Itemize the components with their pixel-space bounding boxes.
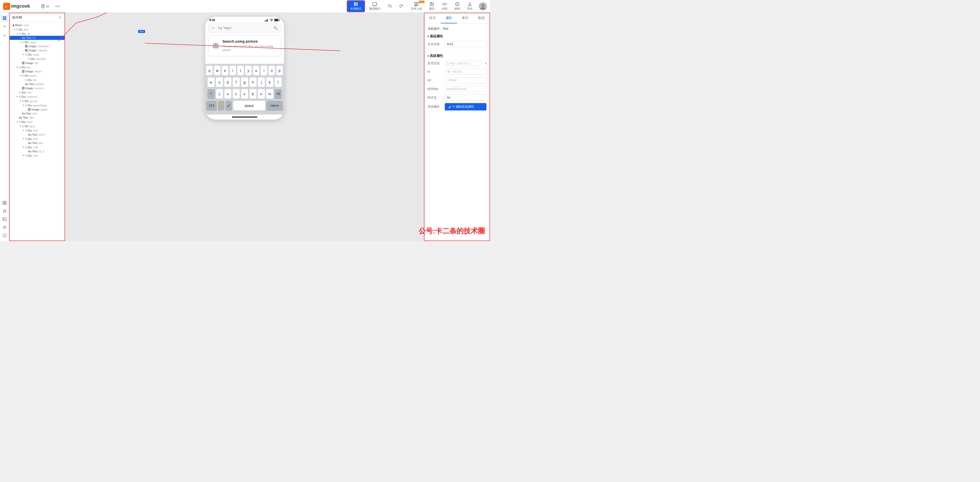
tree-item[interactable]: ▾◇Div.col4 [10, 153, 65, 158]
tree-toggle[interactable]: ▾ [13, 28, 16, 30]
key-f[interactable]: f [233, 78, 240, 87]
tree-item[interactable]: AaText.title [10, 116, 65, 119]
layout-mode-btn[interactable]: 布局模式 [347, 0, 365, 12]
key-y[interactable]: y [245, 66, 252, 75]
tree-item[interactable]: ◇Div.div [10, 78, 65, 82]
id-input[interactable] [445, 68, 487, 75]
code-btn[interactable]: 代码 [439, 1, 450, 12]
tree-toggle[interactable]: ▾ [16, 66, 19, 68]
tree-item[interactable]: ▾◇Div.col2 [10, 137, 65, 141]
sidebar-icon-widget[interactable] [1, 199, 8, 207]
tree-toggle[interactable]: ▾ [19, 75, 22, 77]
key-p[interactable]: p [276, 66, 283, 75]
tree-item[interactable]: ▾◇Div.main [10, 119, 65, 124]
redo-btn[interactable] [396, 3, 407, 10]
tree-toggle[interactable]: ▾ [16, 32, 19, 35]
key-d[interactable]: d [224, 78, 231, 87]
key-a[interactable]: a [208, 78, 215, 87]
back-arrow[interactable]: ← [212, 25, 216, 30]
key-k[interactable]: k [266, 78, 273, 87]
tree-item[interactable]: AaText.txt_2 [10, 150, 65, 153]
key-v[interactable]: v [241, 89, 248, 99]
save-btn[interactable]: 保存 [452, 1, 463, 12]
tree-settings-icon[interactable] [59, 16, 62, 20]
key-space[interactable]: space [233, 101, 265, 110]
tree-toggle[interactable]: ▾ [22, 53, 25, 56]
key-i[interactable]: i [261, 66, 267, 75]
tree-item[interactable]: 🖼Image.shebellul… [10, 44, 65, 48]
tree-item[interactable]: ▾◇Div.wrap [10, 52, 65, 57]
tree-item[interactable]: ▾◇Div.submain [10, 94, 65, 99]
sidebar-icon-help[interactable]: ? [1, 232, 8, 239]
tree-item[interactable]: AaText.text [10, 141, 65, 145]
code-toggle-btn[interactable]: </> [53, 3, 62, 9]
tree-item[interactable]: 🖼Image.paper [10, 107, 65, 111]
tab-properties[interactable]: 属性 [441, 13, 457, 23]
tree-toggle[interactable]: ▾ [16, 95, 19, 98]
key-q[interactable]: q [206, 66, 213, 75]
user-avatar[interactable] [479, 2, 487, 10]
key-r[interactable]: r [230, 66, 236, 75]
tree-item[interactable]: ▾◇Div.col3 [10, 145, 65, 150]
search-icon[interactable]: 🔍 [273, 26, 278, 30]
tree-item[interactable]: AaText.tryNike [10, 82, 65, 86]
tree-toggle[interactable]: ▾ [22, 154, 25, 157]
key-backspace[interactable]: ⌫ [275, 89, 282, 99]
tree-item[interactable]: AaText.txt [10, 36, 65, 40]
tree-toggle[interactable]: ▾ [19, 41, 22, 43]
key-c[interactable]: c [233, 89, 240, 99]
tab-events[interactable]: 事件 [457, 13, 473, 23]
phone-search-bar[interactable]: ← 🔍 [208, 23, 281, 32]
tree-toggle[interactable]: ▾ [22, 146, 25, 148]
tab-data[interactable]: 数据 [473, 13, 490, 23]
key-shift[interactable]: ⇧ [208, 89, 215, 99]
tree-item[interactable]: 🖼Image.sousuo [10, 86, 65, 90]
tree-item[interactable]: ▾◇Div.box [10, 27, 65, 32]
tree-item[interactable]: ◇Div.row [10, 90, 65, 94]
text-content-input[interactable] [445, 41, 487, 47]
tree-item[interactable]: ▾◇Div.col1 [10, 128, 65, 132]
tab-style[interactable]: 样式 [425, 13, 441, 23]
key-o[interactable]: o [269, 66, 275, 75]
key-j[interactable]: j [258, 78, 265, 87]
key-t[interactable]: t [237, 66, 244, 75]
tree-item[interactable]: 🖼Image.hulyuan [10, 48, 65, 52]
tree-item[interactable]: ▾◇Div.hd [10, 32, 65, 36]
is-render-edit-icon[interactable]: ✎ [485, 62, 488, 65]
page-icon-btn[interactable]: er [39, 3, 51, 10]
key-w[interactable]: w [214, 66, 221, 75]
key-n[interactable]: n [258, 89, 265, 99]
tree-toggle[interactable]: ▾ [22, 104, 25, 107]
tree-item[interactable]: ▾◇Div.outer [10, 40, 65, 44]
is-render-input[interactable] [445, 61, 482, 66]
project-btn[interactable]: 项目 [426, 1, 438, 12]
key-x[interactable]: x [224, 89, 231, 99]
key-b[interactable]: b [250, 89, 256, 99]
key-z[interactable]: z [216, 89, 223, 99]
tree-toggle[interactable]: ▾ [16, 121, 19, 123]
export-btn[interactable]: 导出 [464, 1, 476, 12]
ref-input[interactable] [445, 77, 487, 83]
component-key-input[interactable] [444, 86, 487, 92]
tree-item[interactable]: 🖼Image.return [10, 69, 65, 73]
tree-toggle[interactable]: ▾ [22, 138, 25, 140]
key-emoji[interactable]: 😊 [218, 101, 224, 110]
key-l[interactable]: l [275, 78, 282, 87]
tree-item[interactable]: ▾◇Div.block [10, 73, 65, 78]
tree-item[interactable]: AaText.info [10, 111, 65, 116]
tree-item[interactable]: ▾◇Div.grid [10, 124, 65, 128]
search-input[interactable] [218, 26, 271, 30]
tree-item[interactable]: ▾◇Div.paperWrap [10, 103, 65, 107]
edit-other-props-btn[interactable]: ✎ 编辑其他属性 [445, 103, 487, 110]
sidebar-icon-settings[interactable] [1, 224, 8, 231]
sidebar-icon-layers[interactable] [1, 15, 8, 22]
sidebar-icon-image[interactable] [1, 216, 8, 223]
sidebar-icon-star[interactable] [1, 207, 8, 215]
undo-btn[interactable] [384, 3, 395, 10]
tree-item[interactable]: ▾◇Div.group [10, 99, 65, 103]
sidebar-icon-down[interactable] [1, 32, 8, 39]
tree-toggle[interactable]: ▾ [19, 125, 22, 127]
key-return[interactable]: return [266, 101, 283, 110]
tree-item[interactable]: ■Block.mod [10, 23, 65, 27]
tree-item[interactable]: ▾◇Div.bd [10, 65, 65, 69]
